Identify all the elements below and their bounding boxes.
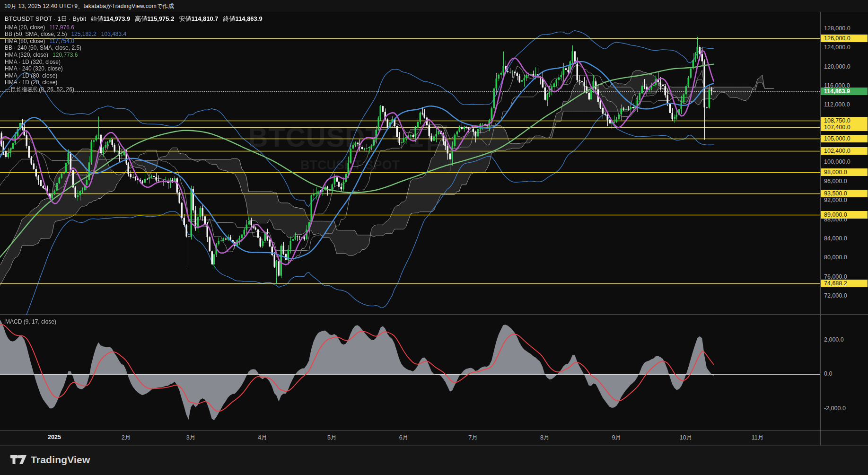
high-value: 115,975.2 [147, 15, 174, 22]
legend-row-label: HMA · 1D (80, close) [5, 72, 57, 79]
legend-title-row[interactable]: BTCUSDT SPOT · 1日 · Bybit始値114,973.9高値11… [5, 15, 263, 23]
legend-row[interactable]: BB · 240 (50, SMA, close, 2.5) [5, 45, 263, 51]
symbol-title: BTCUSDT SPOT · 1日 · Bybit [5, 15, 86, 22]
price-tick: 84,000.0 [824, 235, 847, 242]
legend: BTCUSDT SPOT · 1日 · Bybit始値114,973.9高値11… [5, 15, 263, 92]
price-level-label: 126,000.0 [821, 35, 868, 42]
bottom-bar: TradingView [0, 446, 868, 475]
time-axis-month-label: 3月 [186, 434, 195, 442]
time-axis-month-label: 2月 [122, 434, 131, 442]
price-level-label: 98,000.0 [821, 168, 868, 176]
legend-row[interactable]: HMA · 1D (20, close) [5, 79, 263, 85]
legend-row-value: 117,754.0 [49, 38, 74, 44]
macd-indicator-label[interactable]: MACD (9, 17, close) [5, 318, 56, 325]
close-label: 終値 [223, 15, 236, 22]
legend-row-label: BB (50, SMA, close, 2.5) [5, 31, 67, 37]
price-level-label: 89,000.0 [821, 211, 868, 219]
time-axis-month-label: 11月 [752, 434, 763, 442]
tradingview-logo[interactable]: TradingView [10, 453, 90, 466]
price-tick: 100,000.0 [824, 158, 850, 165]
time-axis-month-label: 10月 [680, 434, 692, 442]
macd-tick: 2,000.0 [824, 336, 844, 343]
legend-row-value: 125,182.2 [71, 31, 96, 37]
macd-tick: 0.0 [824, 370, 832, 377]
time-axis-month-label: 4月 [258, 434, 267, 442]
legend-row-label: HMA (80, close) [5, 38, 45, 44]
open-value: 114,973.9 [103, 15, 130, 22]
price-level-label: 105,000.0 [821, 135, 868, 142]
creation-note-bar: 10月 13, 2025 12:40 UTC+9、takatabaがTradin… [0, 0, 868, 12]
tradingview-logo-icon [10, 453, 26, 466]
legend-row-value: 120,773.6 [53, 52, 78, 58]
legend-row-label: HMA · 1D (20, close) [5, 79, 57, 86]
price-tick: 80,000.0 [824, 254, 847, 261]
price-level-label: 74,688.2 [821, 280, 868, 287]
macd-panel-canvas[interactable] [0, 315, 820, 430]
low-value: 114,810.7 [191, 15, 218, 22]
legend-row-label: HMA · 240 (320, close) [5, 65, 63, 72]
legend-row-label: HMA · 1D (320, close) [5, 59, 61, 65]
tradingview-chart-app: 10月 13, 2025 12:40 UTC+9、takatabaがTradin… [0, 0, 868, 475]
price-scale-border [820, 12, 821, 445]
price-tick: 76,000.0 [824, 273, 847, 280]
panel-separator-main-macd[interactable] [0, 315, 868, 315]
macd-tick: -2,000.0 [824, 405, 846, 412]
legend-row-value: 117,976.6 [49, 24, 74, 31]
legend-rows: HMA (20, close)117,976.6BB (50, SMA, clo… [5, 25, 263, 92]
time-axis-month-label: 9月 [612, 434, 621, 442]
price-tick: 112,000.0 [824, 101, 850, 108]
legend-row[interactable]: 一目均衡表® (9, 26, 52, 26) [5, 87, 263, 92]
price-tick: 96,000.0 [824, 178, 847, 185]
tradingview-logo-text: TradingView [31, 454, 90, 466]
time-axis-month-label: 7月 [468, 434, 477, 442]
legend-row[interactable]: HMA · 1D (320, close) [5, 59, 263, 65]
legend-row[interactable]: HMA (80, close)117,754.0 [5, 38, 263, 44]
time-axis-month-label: 6月 [399, 434, 408, 442]
price-tick: 72,000.0 [824, 292, 847, 299]
legend-row-label: BB · 240 (50, SMA, close, 2.5) [5, 44, 81, 51]
creation-note: 10月 13, 2025 12:40 UTC+9、takatabaがTradin… [4, 2, 174, 10]
legend-row-label: 一目均衡表® (9, 26, 52, 26) [5, 86, 74, 93]
price-tick: 124,000.0 [824, 44, 850, 51]
legend-row[interactable]: BB (50, SMA, close, 2.5)125,182.2103,483… [5, 31, 263, 37]
low-label: 安値 [179, 15, 191, 22]
panel-separator-macd-timeaxis [0, 430, 868, 431]
legend-row-label: HMA (20, close) [5, 24, 45, 31]
price-level-label: 102,400.0 [821, 147, 868, 155]
legend-row[interactable]: HMA (20, close)117,976.6 [5, 25, 263, 30]
legend-row-label: HMA (320, close) [5, 52, 48, 58]
time-axis-year-label: 2025 [48, 434, 61, 440]
price-tick: 120,000.0 [824, 63, 850, 70]
close-value: 114,863.9 [236, 15, 263, 22]
legend-row[interactable]: HMA (320, close)120,773.6 [5, 52, 263, 58]
legend-row[interactable]: HMA · 1D (80, close) [5, 73, 263, 79]
price-tick: 92,000.0 [824, 197, 847, 203]
legend-row[interactable]: HMA · 240 (320, close) [5, 66, 263, 71]
price-level-label: 93,500.0 [821, 190, 868, 197]
time-axis-month-label: 5月 [327, 434, 336, 442]
last-price-label: 114,863.9 [821, 88, 868, 95]
legend-row-value: 103,483.4 [101, 31, 126, 37]
price-tick: 128,000.0 [824, 25, 850, 32]
price-level-label: 107,400.0 [821, 123, 868, 131]
high-label: 高値 [135, 15, 147, 22]
open-label: 始値 [91, 15, 103, 22]
time-axis-month-label: 8月 [540, 434, 549, 442]
